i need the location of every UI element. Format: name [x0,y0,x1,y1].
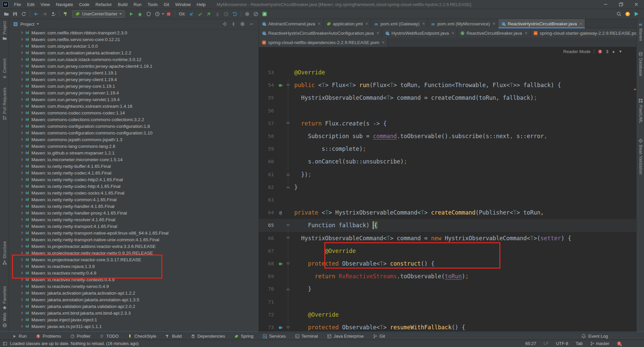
minimize-button[interactable] [598,0,613,9]
chevron-right-icon[interactable] [19,251,25,255]
menu-edit[interactable]: Edit [24,0,37,9]
stripe-project[interactable]: Project [0,21,9,41]
chevron-right-icon[interactable] [19,244,25,248]
tree-item[interactable]: Maven: io.netty:netty-transport-native-e… [9,230,259,236]
tree-item[interactable]: Maven: io.netty:netty-codec:4.1.65.Final [9,169,259,176]
editor-tab[interactable]: CReactiveHystrixCircuitBreaker.java× [498,19,585,28]
code-line-72[interactable]: 72 @Override [259,308,636,321]
tab-close-icon[interactable]: × [452,30,454,36]
menu-git[interactable]: Git [161,0,172,9]
code-line-56[interactable]: 56 [259,104,636,117]
menu-navigate[interactable]: Navigate [53,0,76,9]
gem-play-icon[interactable] [632,10,641,18]
tree-item[interactable]: Maven: javax.ws.rs:jsr311-api:1.1.1 [9,323,259,330]
chevron-right-icon[interactable] [19,264,25,268]
tree-item[interactable]: Maven: io.netty:netty-buffer:4.1.65.Fina… [9,163,259,169]
update-orange-icon[interactable] [623,10,632,18]
tree-item[interactable]: Maven: commons-codec:commons-codec:1.14 [9,109,259,116]
chevron-right-icon[interactable] [19,37,25,41]
tree-item[interactable]: Maven: com.sun.activation:jakarta.activa… [9,49,259,56]
locate-icon[interactable] [222,22,227,26]
chevron-right-icon[interactable] [19,104,25,108]
profiler-clock-icon[interactable] [153,10,162,18]
tree-item[interactable]: Maven: io.micrometer:micrometer-core:1.5… [9,156,259,163]
gear-icon[interactable] [243,10,252,18]
editor-tab[interactable]: mpom.xml (Gateway)× [371,19,428,28]
chevron-right-icon[interactable] [19,31,25,35]
tree-item[interactable]: Maven: io.reactivex:rxnetty-servo:0.4.9 [9,283,259,290]
tab-close-icon[interactable]: × [382,40,384,45]
chevron-right-icon[interactable] [19,111,25,115]
code-line-58[interactable]: 58 Subscription sub = command.toObservab… [259,130,636,142]
translate-icon[interactable]: A [260,10,269,18]
stripe-web[interactable]: Web [0,313,9,328]
chevron-right-icon[interactable] [19,57,25,61]
chevron-right-icon[interactable] [19,324,25,328]
chevron-right-icon[interactable] [19,171,25,175]
code-line-65[interactable]: 65 Function fallback) { [259,219,636,232]
override-gutter-icon[interactable] [277,83,285,88]
chevron-right-icon[interactable] [19,258,25,262]
chevron-right-icon[interactable] [19,211,25,215]
tree-item[interactable]: Maven: com.sun.jersey:jersey-core:1.19.1 [9,83,259,89]
toolwindow-button-git[interactable]: Git [373,334,385,339]
code-line-70[interactable]: 70 } [259,283,636,295]
tab-close-icon[interactable]: × [525,30,527,36]
tree-item[interactable]: Maven: com.sun.istack:istack-commons-run… [9,56,259,63]
zen-circle-icon[interactable] [252,10,260,18]
chevron-right-icon[interactable] [19,124,25,128]
git-update-icon[interactable] [187,10,196,18]
folder-open-icon[interactable] [2,10,11,18]
tab-close-icon[interactable]: × [376,30,379,36]
git-push-icon[interactable] [204,10,213,18]
menu-window[interactable]: Window [172,0,194,9]
tree-item[interactable]: Maven: jakarta.annotation:jakarta.annota… [9,296,259,303]
tab-close-icon[interactable]: × [580,21,582,26]
chevron-right-icon[interactable] [19,44,25,48]
chevron-right-icon[interactable] [19,51,25,55]
menu-code[interactable]: Code [76,0,93,9]
stripe-plantuml[interactable]: PlantUML [637,98,644,123]
tab-close-icon[interactable]: × [422,21,425,26]
editor-tab[interactable]: CReactiveHystrixCircuitBreakerAutoConfig… [259,28,382,38]
tree-item[interactable]: Maven: io.netty:netty-handler-proxy:4.1.… [9,210,259,216]
git-commit-icon[interactable] [196,10,204,18]
tree-item[interactable]: Maven: com.netflix.ribbon:ribbon-transpo… [9,29,259,36]
chevron-right-icon[interactable] [19,191,25,195]
menu-refactor[interactable]: Refactor [93,0,115,9]
code-editor[interactable]: 53@Override54public <T> Flux<T> run(Flux… [259,47,636,332]
code-line-54[interactable]: 54public <T> Flux<T> run(Flux<T> toRun, … [259,79,636,91]
tree-item[interactable]: Maven: io.netty:netty-codec-socks:4.1.65… [9,190,259,196]
editor-tab[interactable]: <>spring-cloud-netflix-dependencies-2.2.… [259,38,388,47]
run-configuration-select[interactable]: UserCenterStarter [72,10,125,18]
code-line-73[interactable]: 73 protected Observable<T> resumeWithFal… [259,321,636,332]
encoding[interactable]: UTF-8 [556,341,568,346]
toolwindow-button-checkstyle[interactable]: CheckStyle [128,334,156,339]
tab-close-icon[interactable]: × [493,21,495,26]
editor-tab[interactable]: mpom.xml (MyMicroservice)× [428,19,498,28]
coverage-shield-icon[interactable] [144,10,153,18]
code-line-59[interactable]: 59 s::complete); [259,142,636,155]
toolwindow-button-problems[interactable]: Problems [36,334,61,339]
code-line-61[interactable]: 61 }); [259,168,636,181]
tree-item[interactable]: Maven: io.projectreactor.addons:reactor-… [9,243,259,250]
stop-icon[interactable] [164,10,173,18]
notification-icon[interactable] [617,341,622,346]
chevron-right-icon[interactable] [19,151,25,155]
code-line-55[interactable]: 55 HystrixObservableCommand<T> command =… [259,91,636,104]
chevron-right-icon[interactable] [19,164,25,168]
tree-item[interactable]: Maven: javax.inject:javax.inject:1 [9,316,259,323]
user-icon[interactable] [49,10,58,18]
tree-item[interactable]: Maven: com.sun.jersey.contribs:jersey-ap… [9,63,259,69]
toolwindow-button-build[interactable]: Build [165,334,182,339]
tree-item[interactable]: Maven: io.netty:netty-transport-native-u… [9,236,259,243]
chevron-right-icon[interactable] [19,311,25,315]
git-history-icon[interactable] [222,10,230,18]
toolwindow-button-dependencies[interactable]: Dependencies [191,334,225,339]
stripe-commit[interactable]: Commit [0,58,9,79]
code-line-66[interactable]: 66 HystrixObservableCommand<T> command =… [259,232,636,245]
code-line-62[interactable]: 62} [259,181,636,194]
close-button[interactable] [629,0,644,9]
tree-item[interactable]: Maven: io.reactivex:rxjava:1.3.8 [9,263,259,270]
save-icon[interactable] [11,10,19,18]
